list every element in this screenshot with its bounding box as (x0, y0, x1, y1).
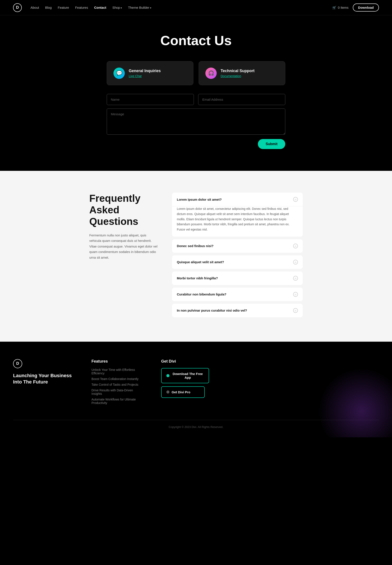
nav-features[interactable]: Features (75, 6, 88, 9)
faq-heading: Frequently Asked Questions (89, 193, 159, 227)
faq-item-4: Curabitur non bibendum ligula? ○ (172, 288, 303, 301)
faq-question-5[interactable]: In non pulvinar purus curabitur nisi odi… (172, 304, 303, 317)
faq-section: Frequently Asked Questions Fermentum nul… (76, 171, 316, 342)
nav-logo[interactable]: D (13, 3, 22, 12)
submit-button[interactable]: Submit (258, 139, 285, 149)
contact-title: Contact Us (13, 33, 379, 48)
cart-icon: 🛒 (332, 6, 336, 10)
nav-cart[interactable]: 🛒 0 Items (332, 6, 349, 10)
download-free-app-button[interactable]: Download The Free App (161, 368, 209, 383)
footer: D Launching Your Business Into The Futur… (0, 342, 392, 437)
faq-question-text-2: Quisque aliquet velit sit amet? (177, 260, 224, 264)
faq-toggle-icon-0: ○ (293, 197, 298, 202)
nav-about[interactable]: About (30, 6, 39, 9)
faq-toggle-icon-4: ○ (293, 292, 298, 297)
email-input[interactable] (198, 94, 285, 105)
faq-question-text-4: Curabitur non bibendum ligula? (177, 292, 226, 296)
message-input[interactable] (107, 109, 285, 135)
name-input[interactable] (107, 94, 194, 105)
live-chat-link[interactable]: Live Chat (129, 74, 141, 78)
contact-card-general-content: General Inquiries Live Chat (129, 69, 161, 78)
faq-question-4[interactable]: Curabitur non bibendum ligula? ○ (172, 288, 303, 301)
faq-question-text-3: Morbi tortor nibh fringilla? (177, 276, 218, 280)
nav-links: About Blog Feature Features Contact Shop… (30, 6, 332, 9)
nav-shop[interactable]: Shop (112, 6, 122, 9)
get-divi-pro-button[interactable]: Get Divi Pro (161, 386, 205, 398)
download-dot-icon (166, 374, 169, 377)
faq-right: Lorem ipsum dolor sit amet? ○ Lorem ipsu… (172, 193, 303, 320)
faq-wrapper: Frequently Asked Questions Fermentum nul… (0, 171, 392, 342)
documentation-link[interactable]: Documentation (221, 74, 241, 78)
footer-bottom: Copyright © 2023 Divi. All Rights Reserv… (13, 420, 379, 429)
nav-theme-builder[interactable]: Theme Builder (128, 6, 151, 9)
footer-features-title: Features (91, 359, 144, 364)
technical-support-title: Technical Support (221, 69, 255, 73)
general-inquiries-title: General Inquiries (129, 69, 161, 73)
footer-get-divi-col: Get Divi Download The Free App Get Divi … (161, 359, 379, 407)
footer-feature-link-3[interactable]: Drive Results with Data-Driven Insights (91, 389, 144, 395)
contact-hero-section: Contact Us 💬 General Inquiries Live Chat… (0, 15, 392, 171)
contact-card-support: 🎧 Technical Support Documentation (199, 61, 285, 85)
navbar: D About Blog Feature Features Contact Sh… (0, 0, 392, 15)
contact-card-general: 💬 General Inquiries Live Chat (107, 61, 193, 85)
footer-tagline: Launching Your Business Into The Future (13, 373, 74, 385)
faq-item-3: Morbi tortor nibh fringilla? ○ (172, 272, 303, 285)
footer-features-col: Features Unlock Your Time with Effortles… (91, 359, 144, 407)
faq-toggle-icon-5: ○ (293, 308, 298, 313)
faq-item-5: In non pulvinar purus curabitur nisi odi… (172, 304, 303, 317)
get-divi-pro-dot-icon (166, 391, 169, 393)
footer-top: D Launching Your Business Into The Futur… (13, 359, 379, 407)
footer-brand: D Launching Your Business Into The Futur… (13, 359, 74, 407)
footer-feature-link-4[interactable]: Automate Workflows for Ultimate Producti… (91, 398, 144, 405)
faq-question-3[interactable]: Morbi tortor nibh fringilla? ○ (172, 272, 303, 285)
form-submit-row: Submit (107, 139, 285, 149)
footer-feature-link-1[interactable]: Boost Team Collaboration Instantly (91, 377, 144, 381)
faq-question-text-1: Donec sed finibus nisi? (177, 244, 213, 248)
nav-blog[interactable]: Blog (45, 6, 52, 9)
technical-support-icon: 🎧 (205, 68, 217, 79)
faq-question-0[interactable]: Lorem ipsum dolor sit amet? ○ (172, 193, 303, 206)
form-row-name-email (107, 94, 285, 105)
footer-get-divi-title: Get Divi (161, 359, 379, 364)
faq-toggle-icon-3: ○ (293, 276, 298, 281)
footer-logo: D (13, 359, 22, 368)
faq-item-0: Lorem ipsum dolor sit amet? ○ Lorem ipsu… (172, 193, 303, 237)
nav-download-button[interactable]: Download (353, 3, 379, 12)
contact-cards: 💬 General Inquiries Live Chat 🎧 Technica… (107, 61, 285, 85)
footer-copyright: Copyright © 2023 Divi. All Rights Reserv… (169, 425, 224, 429)
contact-form: Submit (107, 94, 285, 149)
faq-item-1: Donec sed finibus nisi? ○ (172, 239, 303, 253)
faq-answer-0: Lorem ipsum dolor sit amet, consectetur … (172, 206, 303, 237)
faq-question-2[interactable]: Quisque aliquet velit sit amet? ○ (172, 255, 303, 269)
get-divi-pro-label: Get Divi Pro (172, 390, 190, 394)
footer-feature-link-2[interactable]: Take Control of Tasks and Projects (91, 383, 144, 386)
cart-count: 0 Items (338, 6, 349, 9)
download-free-app-label: Download The Free App (172, 372, 204, 379)
faq-item-2: Quisque aliquet velit sit amet? ○ (172, 255, 303, 269)
faq-question-1[interactable]: Donec sed finibus nisi? ○ (172, 239, 303, 253)
faq-left: Frequently Asked Questions Fermentum nul… (89, 193, 159, 320)
faq-description: Fermentum nulla non justo aliquet, quis … (89, 232, 159, 261)
general-inquiries-icon: 💬 (113, 68, 125, 79)
faq-toggle-icon-2: ○ (293, 260, 298, 264)
nav-contact[interactable]: Contact (94, 6, 106, 9)
faq-toggle-icon-1: ○ (293, 244, 298, 248)
contact-card-support-content: Technical Support Documentation (221, 69, 255, 78)
faq-question-text-0: Lorem ipsum dolor sit amet? (177, 198, 222, 201)
footer-feature-link-0[interactable]: Unlock Your Time with Effortless Efficie… (91, 368, 144, 375)
nav-feature[interactable]: Feature (58, 6, 69, 9)
faq-question-text-5: In non pulvinar purus curabitur nisi odi… (177, 308, 247, 312)
